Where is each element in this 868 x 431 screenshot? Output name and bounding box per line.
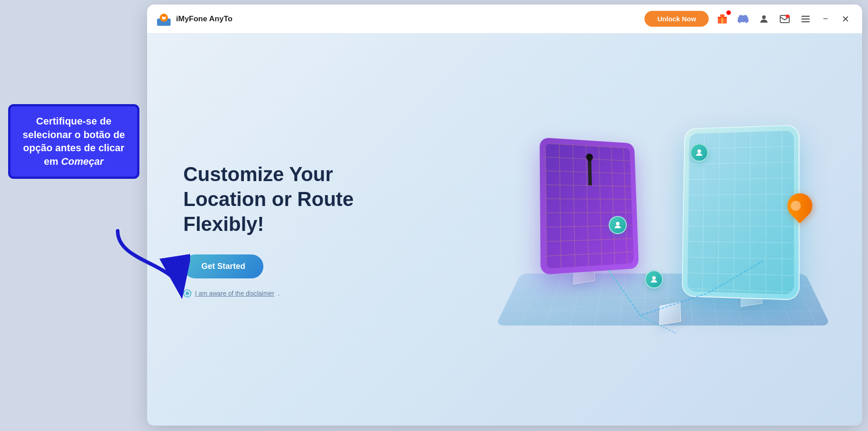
menu-icon bbox=[801, 14, 811, 24]
discord-button[interactable] bbox=[736, 12, 750, 26]
menu-button[interactable] bbox=[798, 12, 813, 26]
pin-head bbox=[782, 188, 818, 224]
mail-button[interactable] bbox=[777, 12, 792, 26]
main-heading: Customize Your Location or Route Flexibl… bbox=[183, 162, 353, 236]
main-content: Customize Your Location or Route Flexibl… bbox=[147, 34, 862, 426]
avatar-bubble-1 bbox=[690, 144, 708, 162]
phone-left-screen bbox=[545, 143, 634, 268]
iso-scene bbox=[482, 98, 835, 361]
account-button[interactable] bbox=[757, 12, 771, 26]
callout-arrow bbox=[109, 226, 190, 301]
disclaimer-link[interactable]: I am aware of the disclaimer bbox=[195, 290, 274, 297]
minimize-button[interactable]: − bbox=[819, 12, 832, 26]
user-icon bbox=[758, 14, 769, 24]
close-button[interactable]: ✕ bbox=[838, 12, 853, 26]
heading-line1: Customize Your bbox=[183, 163, 333, 185]
avatar-bubble-3 bbox=[645, 270, 663, 288]
pin-inner bbox=[789, 199, 803, 213]
gift-badge bbox=[726, 10, 731, 15]
avatar-bubble-2 bbox=[609, 216, 627, 234]
hero-illustration bbox=[455, 34, 862, 426]
svg-point-16 bbox=[616, 222, 620, 225]
phone-left bbox=[539, 138, 639, 275]
phone-left-pin bbox=[588, 159, 592, 186]
svg-point-11 bbox=[786, 14, 789, 18]
callout-tooltip: Certifique-se de selecionar o botão de o… bbox=[8, 104, 139, 179]
cube-pedestal-2 bbox=[659, 302, 681, 325]
gift-icon bbox=[717, 14, 728, 24]
app-logo-icon bbox=[156, 11, 172, 27]
disclaimer-row: I am aware of the disclaimer . bbox=[183, 289, 353, 297]
app-logo: iMyFone AnyTo bbox=[156, 11, 233, 27]
unlock-now-button[interactable]: Unlock Now bbox=[644, 11, 709, 27]
svg-point-17 bbox=[652, 276, 656, 280]
title-icons-group: − ✕ bbox=[715, 12, 853, 26]
disclaimer-period: . bbox=[278, 290, 280, 297]
svg-point-15 bbox=[697, 149, 701, 153]
heading-line2: Location or Route bbox=[183, 188, 353, 210]
title-bar: iMyFone AnyTo Unlock Now bbox=[147, 5, 862, 34]
gift-icon-wrap bbox=[715, 12, 730, 26]
content-left: Customize Your Location or Route Flexibl… bbox=[183, 162, 353, 297]
app-title-text: iMyFone AnyTo bbox=[176, 14, 233, 24]
get-started-button[interactable]: Get Started bbox=[183, 254, 263, 278]
discord-icon bbox=[738, 14, 749, 24]
svg-rect-6 bbox=[721, 18, 723, 24]
location-pin bbox=[787, 193, 812, 225]
mail-icon bbox=[779, 14, 790, 24]
app-window: iMyFone AnyTo Unlock Now bbox=[147, 5, 862, 426]
callout-text: Certifique-se de selecionar o botão de o… bbox=[18, 115, 130, 168]
svg-point-9 bbox=[762, 15, 766, 19]
heading-line3: Flexibly! bbox=[183, 213, 264, 235]
